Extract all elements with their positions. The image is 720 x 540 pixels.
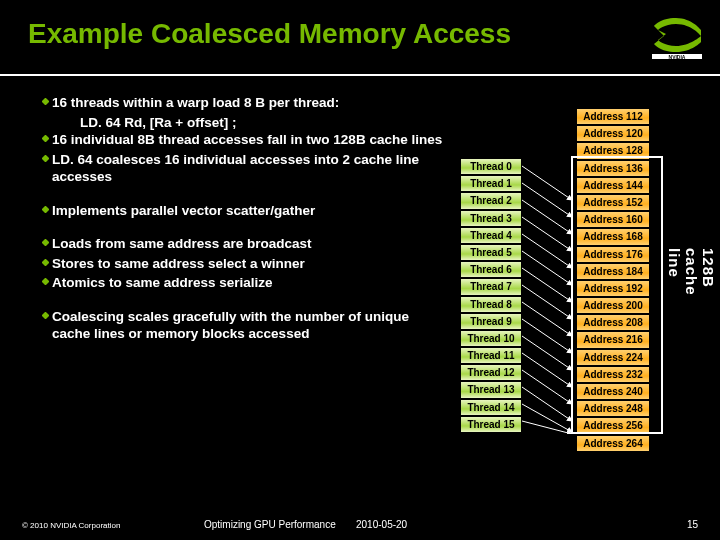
svg-rect-2 xyxy=(42,98,49,105)
thread-cell: Thread 6 xyxy=(460,261,522,278)
thread-cell: Thread 2 xyxy=(460,192,522,209)
address-cell: Address 136 xyxy=(576,160,650,177)
address-cell: Address 224 xyxy=(576,349,650,366)
thread-cell: Thread 13 xyxy=(460,381,522,398)
svg-line-12 xyxy=(522,200,572,234)
svg-rect-3 xyxy=(42,135,49,142)
address-cell: Address 200 xyxy=(576,297,650,314)
address-cell: Address 240 xyxy=(576,383,650,400)
address-cell: Address 128 xyxy=(576,142,650,159)
svg-line-20 xyxy=(522,336,572,370)
address-column: Address 112Address 120Address 128Address… xyxy=(576,108,650,452)
thread-cell: Thread 4 xyxy=(460,227,522,244)
address-cell: Address 176 xyxy=(576,246,650,263)
thread-cell: Thread 15 xyxy=(460,416,522,433)
thread-cell: Thread 8 xyxy=(460,296,522,313)
svg-line-22 xyxy=(522,370,572,404)
address-cell: Address 120 xyxy=(576,125,650,142)
svg-line-11 xyxy=(522,183,572,217)
address-cell: Address 144 xyxy=(576,177,650,194)
address-cell: Address 192 xyxy=(576,280,650,297)
divider xyxy=(0,74,720,76)
thread-column: Thread 0Thread 1Thread 2Thread 3Thread 4… xyxy=(460,158,522,433)
bullet-text: 16 threads within a warp load 8 B per th… xyxy=(52,94,448,112)
arrows xyxy=(522,158,576,434)
address-cell: Address 248 xyxy=(576,400,650,417)
bullet-text: Coalescing scales gracefully with the nu… xyxy=(52,308,448,343)
svg-line-14 xyxy=(522,234,572,268)
svg-line-10 xyxy=(522,166,572,200)
thread-cell: Thread 7 xyxy=(460,278,522,295)
address-cell: Address 168 xyxy=(576,228,650,245)
svg-rect-8 xyxy=(42,278,49,285)
bullet-text: Implements parallel vector scatter/gathe… xyxy=(52,202,448,220)
nvidia-logo: NVIDIA xyxy=(646,12,708,60)
svg-rect-5 xyxy=(42,206,49,213)
bullet-text: 16 individual 8B thread accesses fall in… xyxy=(52,131,448,149)
address-cell: Address 160 xyxy=(576,211,650,228)
thread-cell: Thread 3 xyxy=(460,210,522,227)
svg-line-23 xyxy=(522,387,572,421)
address-cell: Address 264 xyxy=(576,435,650,452)
thread-cell: Thread 12 xyxy=(460,364,522,381)
bullet-content: 16 threads within a warp load 8 B per th… xyxy=(38,94,448,345)
bullet-text: Loads from same address are broadcast xyxy=(52,235,448,253)
thread-cell: Thread 5 xyxy=(460,244,522,261)
address-cell: Address 256 xyxy=(576,417,650,434)
thread-cell: Thread 14 xyxy=(460,399,522,416)
svg-text:NVIDIA: NVIDIA xyxy=(669,54,686,60)
page-number: 15 xyxy=(687,519,698,530)
thread-cell: Thread 0 xyxy=(460,158,522,175)
address-cell: Address 152 xyxy=(576,194,650,211)
svg-rect-7 xyxy=(42,259,49,266)
address-cell: Address 184 xyxy=(576,263,650,280)
address-cell: Address 232 xyxy=(576,366,650,383)
svg-line-13 xyxy=(522,217,572,251)
thread-cell: Thread 11 xyxy=(460,347,522,364)
thread-cell: Thread 9 xyxy=(460,313,522,330)
svg-line-19 xyxy=(522,319,572,353)
thread-cell: Thread 1 xyxy=(460,175,522,192)
svg-line-18 xyxy=(522,302,572,336)
bullet-text: LD. 64 coalesces 16 individual accesses … xyxy=(52,151,448,186)
cacheline-label: 128B cache line xyxy=(666,248,717,296)
bullet-sub: LD. 64 Rd, [Ra + offset] ; xyxy=(38,114,448,132)
footer-date: 2010-05-20 xyxy=(356,519,407,530)
bullet-text: Stores to same address select a winner xyxy=(52,255,448,273)
svg-line-17 xyxy=(522,285,572,319)
slide-title: Example Coalesced Memory Access xyxy=(0,0,720,50)
address-cell: Address 208 xyxy=(576,314,650,331)
svg-line-21 xyxy=(522,353,572,387)
address-cell: Address 216 xyxy=(576,331,650,348)
address-cell: Address 112 xyxy=(576,108,650,125)
thread-cell: Thread 10 xyxy=(460,330,522,347)
svg-rect-6 xyxy=(42,239,49,246)
svg-rect-9 xyxy=(42,312,49,319)
copyright: © 2010 NVIDIA Corporation xyxy=(22,521,120,530)
bullet-text: Atomics to same address serialize xyxy=(52,274,448,292)
svg-line-16 xyxy=(522,268,572,302)
svg-line-15 xyxy=(522,251,572,285)
footer-title: Optimizing GPU Performance xyxy=(204,519,336,530)
svg-rect-4 xyxy=(42,155,49,162)
